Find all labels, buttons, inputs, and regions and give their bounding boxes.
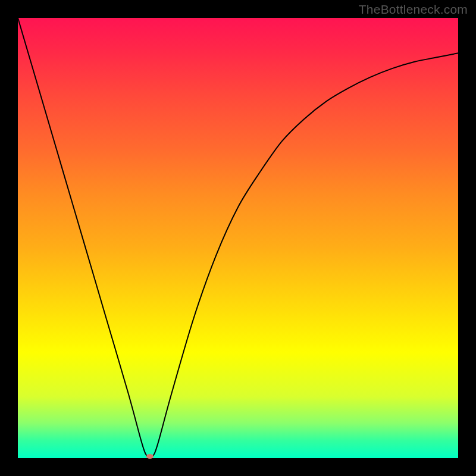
bottleneck-curve: [18, 18, 458, 458]
plot-area: [18, 18, 458, 458]
minimum-marker: [146, 454, 154, 459]
watermark-text: TheBottleneck.com: [359, 2, 468, 17]
chart-container: TheBottleneck.com: [0, 0, 476, 476]
